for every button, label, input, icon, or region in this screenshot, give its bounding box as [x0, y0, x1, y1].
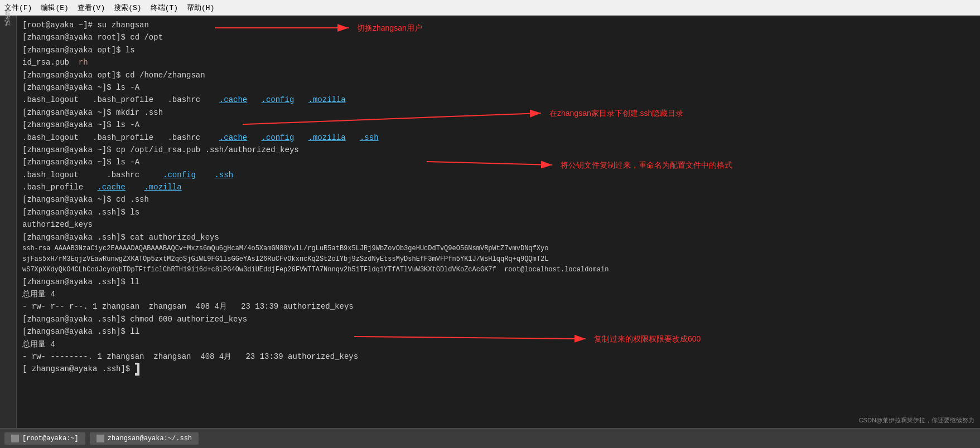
- terminal-line-9: [zhangsan@ayaka ~]$ ls -A: [22, 119, 974, 131]
- terminal-line-18: [zhangsan@ayaka .ssh]$ cat authorized_ke…: [22, 231, 974, 244]
- terminal-line-17: authorized_keys: [22, 218, 974, 231]
- terminal-line-29: [ zhangsan@ayaka .ssh]$ ▌: [22, 363, 974, 375]
- sidebar: 题 考 试: [0, 16, 17, 448]
- terminal-line-23: 总用量 4: [22, 288, 974, 300]
- terminal-line-7: .bash_logout .bash_profile .bashrc .cach…: [22, 94, 974, 106]
- terminal-line-1: [root@ayaka ~]# su zhangsan: [22, 19, 974, 31]
- sidebar-item-shi[interactable]: 试: [3, 29, 13, 33]
- terminal-line-8: [zhangsan@ayaka ~]$ mkdir .ssh: [22, 106, 974, 119]
- terminal-line-14: .bash_profile .cache .mozilla: [22, 181, 974, 193]
- terminal-line-28: - rw- --------. 1 zhangsan zhangsan 408 …: [22, 350, 974, 363]
- terminal-line-20: sjFas5xH/rM3EqjzVEawRunwgZXKATOp5zxtM2qo…: [22, 254, 974, 265]
- taskbar-item-root[interactable]: [root@ayaka:~]: [4, 432, 85, 445]
- menu-terminal[interactable]: 终端(T): [151, 3, 178, 13]
- terminal-line-25: [zhangsan@ayaka .ssh]$ chmod 600 authori…: [22, 313, 974, 325]
- terminal[interactable]: [root@ayaka ~]# su zhangsan [zhangsan@ay…: [17, 16, 980, 448]
- taskbar-icon-zhangsan: [96, 435, 104, 442]
- terminal-line-12: [zhangsan@ayaka ~]$ ls -A: [22, 156, 974, 168]
- terminal-line-4: id_rsa.pub rh: [22, 56, 974, 69]
- menu-edit[interactable]: 编辑(E): [41, 3, 68, 13]
- terminal-line-22: [zhangsan@ayaka .ssh]$ ll: [22, 276, 974, 288]
- taskbar-item-zhangsan[interactable]: zhangsan@ayaka:~/.ssh: [90, 432, 199, 445]
- menu-help[interactable]: 帮助(H): [187, 3, 214, 13]
- sidebar-item-kao[interactable]: 考: [3, 23, 13, 28]
- taskbar: [root@ayaka:~] zhangsan@ayaka:~/.ssh: [0, 428, 980, 448]
- terminal-line-6: [zhangsan@ayaka ~]$ ls -A: [22, 81, 974, 94]
- menu-view[interactable]: 查看(V): [78, 3, 105, 13]
- terminal-line-21: wS7XpXKdyQkO4CLhCodJcydqbTDpTFtficlChRTH…: [22, 265, 974, 275]
- terminal-line-2: [zhangsan@ayaka root]$ cd /opt: [22, 31, 974, 43]
- menu-file[interactable]: 文件(F): [4, 3, 32, 13]
- menu-search[interactable]: 搜索(S): [114, 3, 141, 13]
- terminal-line-13: .bash_logout .bashrc .config .ssh: [22, 169, 974, 181]
- terminal-line-10: .bash_logout .bash_profile .bashrc .cach…: [22, 132, 974, 144]
- menubar: 文件(F) 编辑(E) 查看(V) 搜索(S) 终端(T) 帮助(H): [0, 0, 980, 16]
- terminal-line-26: [zhangsan@ayaka .ssh]$ ll: [22, 325, 974, 338]
- terminal-line-16: [zhangsan@ayaka .ssh]$ ls: [22, 206, 974, 218]
- terminal-line-11: [zhangsan@ayaka ~]$ cp /opt/id_rsa.pub .…: [22, 144, 974, 156]
- sidebar-item-ti[interactable]: 题: [3, 18, 13, 22]
- terminal-line-19: ssh-rsa AAAAB3NzaC1yc2EAAAADAQABAAABAQCv…: [22, 244, 974, 254]
- terminal-line-5: [zhangsan@ayaka opt]$ cd /home/zhangsan: [22, 69, 974, 81]
- watermark: CSDN@莱伊拉啊莱伊拉，你还要继续努力: [859, 416, 974, 425]
- taskbar-icon-root: [11, 435, 19, 442]
- terminal-line-24: - rw- r-- r--. 1 zhangsan zhangsan 408 4…: [22, 300, 974, 313]
- terminal-line-3: [zhangsan@ayaka opt]$ ls: [22, 44, 974, 56]
- terminal-line-15: [zhangsan@ayaka ~]$ cd .ssh: [22, 193, 974, 206]
- terminal-line-27: 总用量 4: [22, 338, 974, 350]
